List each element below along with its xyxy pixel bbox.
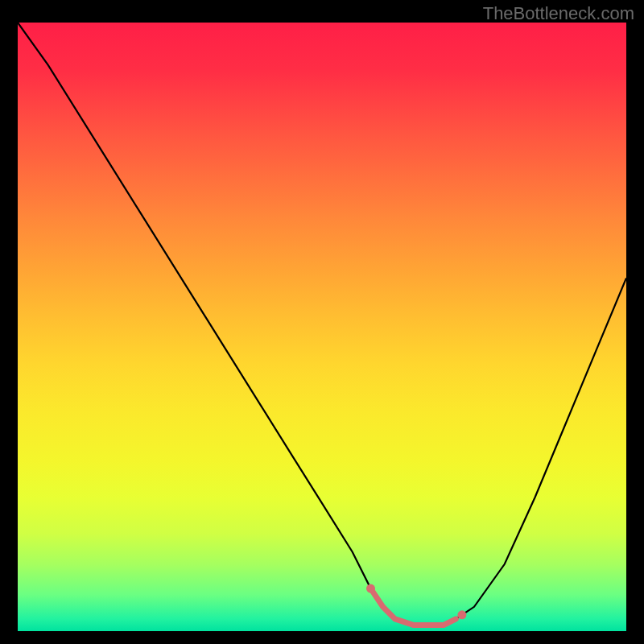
chart-svg <box>18 23 626 631</box>
marker-start <box>366 584 375 593</box>
curve-group <box>18 23 626 625</box>
plot-area <box>18 23 626 631</box>
optimal-range-highlight <box>371 588 456 625</box>
bottleneck-curve-line <box>18 23 626 625</box>
marker-end <box>457 610 466 619</box>
watermark-text: TheBottleneck.com <box>483 3 634 24</box>
